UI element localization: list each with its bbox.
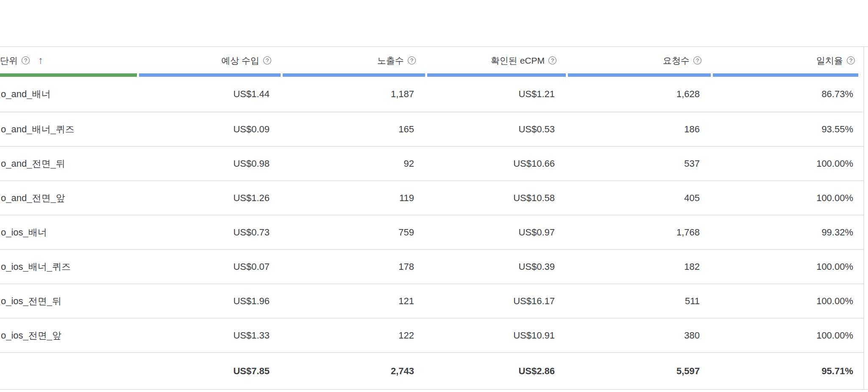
value-cell: 511 (566, 284, 711, 318)
underline-match-rate (713, 73, 858, 77)
value-cell: 1,768 (566, 216, 711, 249)
value-cell: 5,597 (566, 353, 711, 389)
underline-estimated-earnings (139, 73, 281, 77)
column-header-label: 예상 수입 (221, 56, 259, 65)
value-cell: 121 (281, 284, 425, 318)
value-cell: 100.00% (711, 181, 864, 215)
column-header-match-rate[interactable]: 일치율 ? (711, 47, 864, 73)
column-underline-bar (0, 73, 864, 77)
column-header-requests[interactable]: 요청수 ? (566, 47, 711, 73)
value-cell: 380 (566, 319, 711, 352)
value-cell: US$0.98 (137, 147, 281, 180)
table-row: o_and_전면_뒤US$0.9892US$10.66537100.00% (0, 147, 864, 181)
value-cell: 2,743 (281, 353, 425, 389)
value-cell: 100.00% (711, 250, 864, 283)
value-cell: 95.71% (711, 353, 864, 389)
unit-cell: o_and_배너_퀴즈 (0, 112, 137, 146)
top-whitespace (0, 0, 868, 46)
table-row: o_ios_전면_뒤US$1.96121US$16.17511100.00% (0, 284, 864, 319)
value-cell: 759 (281, 216, 425, 249)
value-cell: 93.55% (711, 112, 864, 146)
unit-cell: o_and_전면_앞 (0, 181, 137, 215)
value-cell: US$1.21 (425, 77, 566, 112)
column-header-label: 단위 (0, 56, 18, 65)
column-header-label: 노출수 (377, 56, 404, 65)
unit-cell: o_ios_전면_뒤 (0, 284, 137, 318)
report-table: 단위 ? ↑ 예상 수입 ? 노출수 ? 확인된 eCPM ? 요청수 ? 일치… (0, 47, 868, 389)
value-cell: US$7.85 (137, 353, 281, 389)
value-cell: US$1.96 (137, 284, 281, 318)
table-row: o_and_배너_퀴즈US$0.09165US$0.5318693.55% (0, 112, 864, 147)
value-cell: US$1.33 (137, 319, 281, 352)
table-right-border (863, 47, 864, 390)
totals-row: US$7.852,743US$2.865,59795.71% (0, 353, 864, 389)
value-cell: US$0.07 (137, 250, 281, 283)
column-header-impressions[interactable]: 노출수 ? (281, 47, 425, 73)
help-icon[interactable]: ? (408, 56, 416, 64)
underline-requests (568, 73, 711, 77)
value-cell: 122 (281, 319, 425, 352)
value-cell: 1,187 (281, 77, 425, 112)
unit-cell: o_and_전면_뒤 (0, 147, 137, 180)
column-header-unit[interactable]: 단위 ? ↑ (0, 47, 137, 73)
value-cell: 182 (566, 250, 711, 283)
unit-cell (0, 353, 137, 389)
value-cell: 1,628 (566, 77, 711, 112)
column-header-estimated-earnings[interactable]: 예상 수입 ? (137, 47, 281, 73)
value-cell: 92 (281, 147, 425, 180)
table-header-row: 단위 ? ↑ 예상 수입 ? 노출수 ? 확인된 eCPM ? 요청수 ? 일치… (0, 47, 864, 73)
table-row: o_ios_배너_퀴즈US$0.07178US$0.39182100.00% (0, 250, 864, 284)
column-header-observed-ecpm[interactable]: 확인된 eCPM ? (425, 47, 566, 73)
unit-cell: o_ios_배너_퀴즈 (0, 250, 137, 283)
table-row: o_and_배너US$1.441,187US$1.211,62886.73% (0, 77, 864, 112)
help-icon[interactable]: ? (847, 56, 855, 64)
value-cell: US$0.39 (425, 250, 566, 283)
sort-ascending-icon[interactable]: ↑ (38, 55, 43, 65)
column-header-label: 확인된 eCPM (491, 56, 545, 65)
help-icon[interactable]: ? (22, 56, 30, 64)
value-cell: US$1.26 (137, 181, 281, 215)
value-cell: US$0.97 (425, 216, 566, 249)
value-cell: US$16.17 (425, 284, 566, 318)
value-cell: US$10.66 (425, 147, 566, 180)
value-cell: US$2.86 (425, 353, 566, 389)
value-cell: US$0.09 (137, 112, 281, 146)
unit-cell: o_ios_배너 (0, 216, 137, 249)
table-row: o_and_전면_앞US$1.26119US$10.58405100.00% (0, 181, 864, 216)
column-header-label: 요청수 (663, 56, 690, 65)
value-cell: US$10.91 (425, 319, 566, 352)
value-cell: US$0.53 (425, 112, 566, 146)
value-cell: 100.00% (711, 147, 864, 180)
value-cell: 119 (281, 181, 425, 215)
unit-cell: o_ios_전면_앞 (0, 319, 137, 352)
table-row: o_ios_전면_앞US$1.33122US$10.91380100.00% (0, 319, 864, 353)
value-cell: 99.32% (711, 216, 864, 249)
table-row: o_ios_배너US$0.73759US$0.971,76899.32% (0, 216, 864, 250)
value-cell: US$0.73 (137, 216, 281, 249)
value-cell: 165 (281, 112, 425, 146)
underline-unit (0, 73, 137, 77)
value-cell: US$10.58 (425, 181, 566, 215)
help-icon[interactable]: ? (263, 56, 271, 64)
value-cell: 178 (281, 250, 425, 283)
column-header-label: 일치율 (816, 56, 843, 65)
value-cell: 86.73% (711, 77, 864, 112)
table-bottom-border (0, 389, 868, 390)
value-cell: 186 (566, 112, 711, 146)
value-cell: 537 (566, 147, 711, 180)
underline-impressions (283, 73, 425, 77)
value-cell: US$1.44 (137, 77, 281, 112)
table-body: o_and_배너US$1.441,187US$1.211,62886.73%o_… (0, 77, 868, 389)
value-cell: 405 (566, 181, 711, 215)
unit-cell: o_and_배너 (0, 77, 137, 112)
help-icon[interactable]: ? (693, 56, 701, 64)
underline-observed-ecpm (427, 73, 566, 77)
value-cell: 100.00% (711, 284, 864, 318)
value-cell: 100.00% (711, 319, 864, 352)
help-icon[interactable]: ? (548, 56, 556, 64)
